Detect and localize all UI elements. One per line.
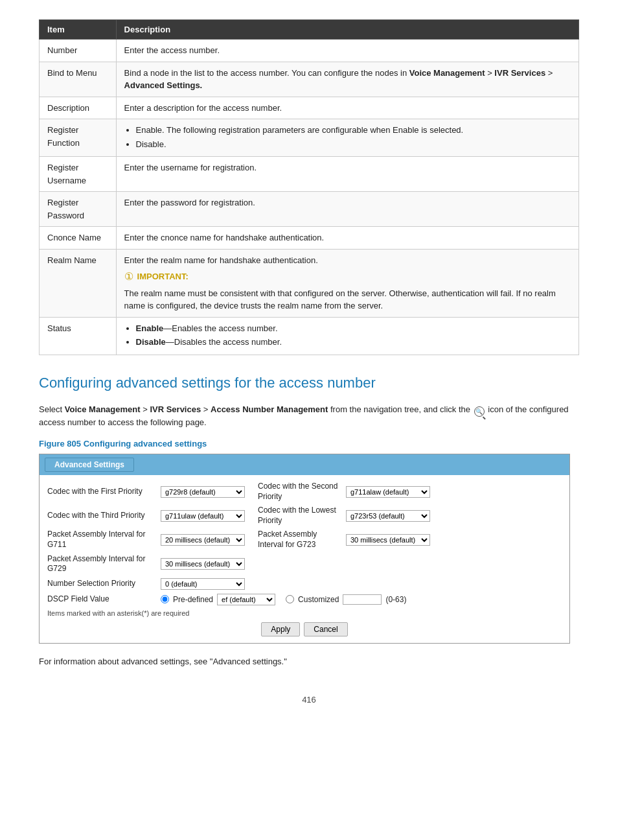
fig-right-group-second-priority: Codec with the Second Priority g711alaw … [258, 482, 430, 502]
row-desc-bind-to-menu: Bind a node in the list to the access nu… [116, 62, 578, 97]
row-desc-cnonce-name: Enter the cnonce name for handshake auth… [116, 227, 578, 250]
row-item-realm-name: Realm Name [40, 249, 117, 317]
fig-select-g729-interval[interactable]: 30 millisecs (default) [161, 558, 245, 570]
fig-dscp-controls: Pre-defined ef (default) Customized (0-6… [161, 594, 406, 605]
fig-right-label-lowest-priority: Codec with the Lowest Priority [258, 506, 342, 526]
table-row: Number Enter the access number. [40, 40, 579, 62]
search-icon: 🔍 [474, 406, 485, 417]
fig-select-number-selection[interactable]: 0 (default) [161, 578, 245, 590]
fig-select-g723-interval[interactable]: 30 millisecs (default) [346, 534, 430, 546]
realm-desc-before: Enter the realm name for handshake authe… [124, 255, 318, 265]
nav-voice-management: Voice Management [65, 404, 141, 414]
fig-right-group-lowest-priority: Codec with the Lowest Priority g723r53 (… [258, 506, 430, 526]
cancel-button[interactable]: Cancel [304, 622, 347, 636]
fig-row-first-priority: Codec with the First Priority g729r8 (de… [47, 482, 562, 502]
fig-control-first-priority: g729r8 (default) [161, 486, 245, 498]
fig-select-first-priority[interactable]: g729r8 (default) [161, 486, 245, 498]
intro-paragraph: Select Voice Management > IVR Services >… [39, 403, 579, 430]
fig-label-first-priority: Codec with the First Priority [47, 487, 161, 497]
table-row: Cnonce Name Enter the cnonce name for ha… [40, 227, 579, 250]
figure-caption: Figure 805 Configuring advanced settings [39, 439, 579, 449]
nav-access-number: Access Number Management [211, 404, 328, 414]
section-heading: Configuring advanced settings for the ac… [39, 375, 579, 391]
fig-select-g711-interval[interactable]: 20 millisecs (default) [161, 534, 245, 546]
table-row: Status Enable—Enables the access number.… [40, 317, 579, 355]
row-item-number: Number [40, 40, 117, 62]
dscp-predefined-radio[interactable] [161, 595, 169, 603]
fig-control-g729-interval: 30 millisecs (default) [161, 558, 245, 570]
fig-control-g711-interval: 20 millisecs (default) [161, 534, 245, 546]
fig-label-g711-interval: Packet Assembly Interval for G711 [47, 530, 161, 550]
fig-row-number-selection: Number Selection Priority 0 (default) [47, 578, 562, 590]
fig-select-second-priority[interactable]: g711alaw (default) [346, 486, 430, 498]
fig-label-dscp: DSCP Field Value [47, 594, 161, 605]
fig-right-label-second-priority: Codec with the Second Priority [258, 482, 342, 502]
fig-control-number-selection: 0 (default) [161, 578, 245, 590]
row-desc-register-function: Enable. The following registration param… [116, 119, 578, 157]
fig-required-note: Items marked with an asterisk(*) are req… [47, 609, 562, 617]
dscp-range-label: (0-63) [385, 595, 406, 604]
important-icon: ① [124, 270, 133, 283]
reference-table: Item Description Number Enter the access… [39, 19, 579, 355]
table-row: Bind to Menu Bind a node in the list to … [40, 62, 579, 97]
fig-right-label-g723-interval: Packet Assembly Interval for G723 [258, 530, 342, 550]
fig-row-g729-interval: Packet Assembly Interval for G729 30 mil… [47, 554, 562, 574]
realm-desc-after: The realm name must be consistent with t… [124, 288, 556, 311]
row-item-register-username: Register Username [40, 157, 117, 192]
table-row: Description Enter a description for the … [40, 97, 579, 119]
fig-control-third-priority: g711ulaw (default) [161, 510, 245, 522]
col-header-item: Item [40, 20, 117, 40]
nav-ivr-services: IVR Services [150, 404, 201, 414]
figure-content: Codec with the First Priority g729r8 (de… [40, 475, 569, 643]
fig-label-g729-interval: Packet Assembly Interval for G729 [47, 554, 161, 574]
fig-row-dscp: DSCP Field Value Pre-defined ef (default… [47, 594, 562, 605]
fig-action-buttons: Apply Cancel [47, 622, 562, 636]
dscp-predefined-label: Pre-defined [173, 595, 213, 604]
fig-row-third-priority: Codec with the Third Priority g711ulaw (… [47, 506, 562, 526]
table-row: Realm Name Enter the realm name for hand… [40, 249, 579, 317]
row-desc-register-username: Enter the username for registration. [116, 157, 578, 192]
dscp-customized-input[interactable] [343, 594, 382, 605]
fig-select-lowest-priority[interactable]: g723r53 (default) [346, 510, 430, 522]
col-header-description: Description [116, 20, 578, 40]
fig-row-g711-interval: Packet Assembly Interval for G711 20 mil… [47, 530, 562, 550]
table-row: Register Function Enable. The following … [40, 119, 579, 157]
fig-label-third-priority: Codec with the Third Priority [47, 511, 161, 521]
footer-note: For information about advanced settings,… [39, 655, 579, 669]
fig-label-number-selection: Number Selection Priority [47, 579, 161, 589]
page-number: 416 [39, 695, 579, 705]
table-row: Register Username Enter the username for… [40, 157, 579, 192]
list-item: Disable—Disables the access number. [136, 336, 571, 349]
row-item-description: Description [40, 97, 117, 119]
row-item-status: Status [40, 317, 117, 355]
apply-button[interactable]: Apply [261, 622, 300, 636]
table-row: Register Password Enter the password for… [40, 192, 579, 227]
dscp-customized-label: Customized [298, 595, 339, 604]
row-desc-register-password: Enter the password for registration. [116, 192, 578, 227]
row-item-cnonce-name: Cnonce Name [40, 227, 117, 250]
fig-select-third-priority[interactable]: g711ulaw (default) [161, 510, 245, 522]
row-item-register-password: Register Password [40, 192, 117, 227]
row-item-bind-to-menu: Bind to Menu [40, 62, 117, 97]
row-item-register-function: Register Function [40, 119, 117, 157]
figure-tab-bar: Advanced Settings [40, 454, 569, 475]
row-desc-number: Enter the access number. [116, 40, 578, 62]
dscp-customized-radio[interactable] [286, 595, 294, 603]
list-item: Enable—Enables the access number. [136, 322, 571, 335]
important-label: IMPORTANT: [137, 270, 189, 283]
figure-box: Advanced Settings Codec with the First P… [39, 454, 570, 644]
list-item: Disable. [136, 138, 571, 151]
fig-right-group-g723-interval: Packet Assembly Interval for G723 30 mil… [258, 530, 430, 550]
list-item: Enable. The following registration param… [136, 124, 571, 137]
advanced-settings-tab[interactable]: Advanced Settings [45, 458, 134, 472]
row-desc-realm-name: Enter the realm name for handshake authe… [116, 249, 578, 317]
row-desc-status: Enable—Enables the access number. Disabl… [116, 317, 578, 355]
row-desc-description: Enter a description for the access numbe… [116, 97, 578, 119]
dscp-predefined-select[interactable]: ef (default) [217, 594, 275, 605]
